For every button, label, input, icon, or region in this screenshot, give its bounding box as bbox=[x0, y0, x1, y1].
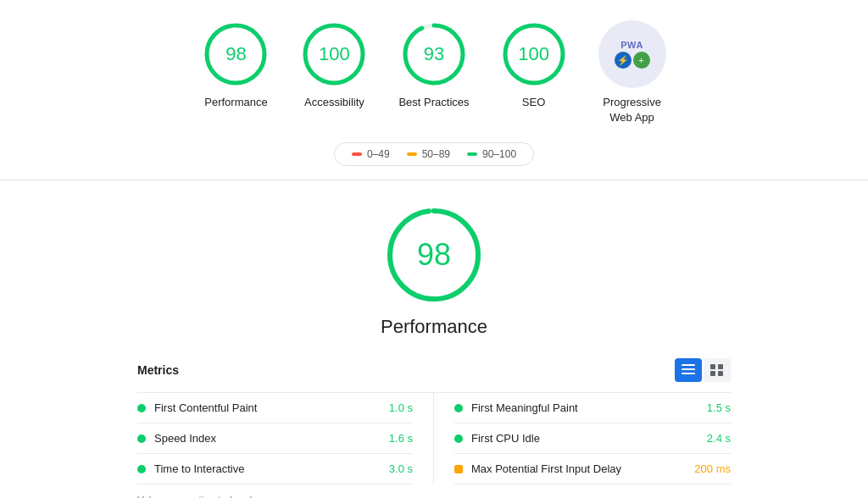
pwa-inner: PWA ⚡ + bbox=[615, 40, 650, 69]
legend-dot-green bbox=[467, 152, 477, 156]
scores-row: 98 Performance 100 Accessibility bbox=[202, 20, 665, 125]
metric-dot-fcp bbox=[137, 404, 146, 412]
score-item-seo[interactable]: 100 SEO bbox=[500, 20, 568, 110]
metric-row-fmp: First Meaningful Paint 1.5 s bbox=[454, 393, 731, 423]
metric-dot-si bbox=[137, 434, 146, 443]
legend-dot-red bbox=[352, 152, 362, 156]
score-value-seo: 100 bbox=[518, 43, 549, 65]
main-score-circle: 98 bbox=[383, 204, 485, 306]
pwa-badge: PWA ⚡ + bbox=[598, 20, 666, 88]
metric-square-mpfid bbox=[454, 465, 463, 473]
legend-label-orange: 50–89 bbox=[422, 148, 450, 160]
metric-value-fmp: 1.5 s bbox=[707, 401, 731, 414]
pwa-icon-plus: + bbox=[633, 52, 650, 69]
svg-rect-16 bbox=[718, 371, 723, 376]
metric-name-mpfid: Max Potential First Input Delay bbox=[471, 462, 684, 475]
pwa-text: PWA bbox=[620, 40, 643, 50]
pwa-icon-lightning: ⚡ bbox=[615, 52, 632, 69]
metric-value-si: 1.6 s bbox=[389, 432, 413, 445]
svg-rect-10 bbox=[682, 364, 695, 366]
legend-row: 0–49 50–89 90–100 bbox=[334, 142, 534, 166]
svg-rect-11 bbox=[682, 368, 695, 370]
metrics-footer: Values are estimated and may vary. bbox=[137, 495, 731, 498]
metrics-section: Metrics bbox=[70, 358, 798, 498]
score-circle-seo: 100 bbox=[500, 20, 568, 88]
metric-row-si: Speed Index 1.6 s bbox=[137, 423, 413, 454]
metrics-grid: First Contentful Paint 1.0 s Speed Index… bbox=[137, 392, 731, 484]
top-section: 98 Performance 100 Accessibility bbox=[0, 0, 868, 180]
metric-row-mpfid: Max Potential First Input Delay 200 ms bbox=[454, 454, 731, 484]
metric-name-tti: Time to Interactive bbox=[154, 462, 379, 475]
legend-label-green: 90–100 bbox=[482, 148, 516, 160]
main-score-value: 98 bbox=[417, 237, 451, 273]
legend-item-red: 0–49 bbox=[352, 148, 390, 160]
score-value-best-practices: 93 bbox=[424, 43, 444, 65]
metric-value-tti: 3.0 s bbox=[389, 462, 413, 475]
legend-dot-orange bbox=[407, 152, 417, 156]
score-circle-best-practices: 93 bbox=[400, 20, 468, 88]
metric-dot-fmp bbox=[454, 404, 463, 412]
metric-value-mpfid: 200 ms bbox=[694, 462, 731, 475]
score-value-accessibility: 100 bbox=[319, 43, 350, 65]
score-label-pwa: ProgressiveWeb App bbox=[603, 95, 661, 125]
svg-rect-14 bbox=[718, 364, 723, 369]
score-label-best-practices: Best Practices bbox=[398, 95, 469, 110]
score-item-pwa[interactable]: PWA ⚡ + ProgressiveWeb App bbox=[598, 20, 666, 125]
metric-name-fci: First CPU Idle bbox=[471, 432, 697, 445]
score-item-performance[interactable]: 98 Performance bbox=[202, 20, 270, 110]
legend-label-red: 0–49 bbox=[367, 148, 390, 160]
metric-row-fci: First CPU Idle 2.4 s bbox=[454, 423, 731, 454]
view-btn-list[interactable] bbox=[675, 358, 702, 382]
score-item-best-practices[interactable]: 93 Best Practices bbox=[398, 20, 469, 110]
metric-value-fcp: 1.0 s bbox=[389, 401, 413, 414]
score-label-performance: Performance bbox=[204, 95, 267, 110]
metric-row-fcp: First Contentful Paint 1.0 s bbox=[137, 393, 413, 423]
metric-name-fcp: First Contentful Paint bbox=[154, 401, 379, 414]
view-btn-grid[interactable] bbox=[704, 358, 731, 382]
score-value-performance: 98 bbox=[225, 43, 246, 65]
metric-dot-fci bbox=[454, 434, 463, 443]
metrics-title: Metrics bbox=[137, 363, 179, 377]
metric-name-fmp: First Meaningful Paint bbox=[471, 401, 697, 414]
metric-row-tti: Time to Interactive 3.0 s bbox=[137, 454, 413, 484]
svg-rect-12 bbox=[682, 373, 695, 374]
svg-rect-15 bbox=[710, 371, 715, 376]
metrics-header: Metrics bbox=[137, 358, 731, 382]
score-item-accessibility[interactable]: 100 Accessibility bbox=[300, 20, 368, 110]
score-label-accessibility: Accessibility bbox=[304, 95, 364, 110]
metric-dot-tti bbox=[137, 465, 146, 473]
main-score-label: Performance bbox=[381, 316, 487, 338]
svg-rect-13 bbox=[710, 364, 715, 369]
metric-name-si: Speed Index bbox=[154, 432, 379, 445]
legend-item-orange: 50–89 bbox=[407, 148, 450, 160]
legend-item-green: 90–100 bbox=[467, 148, 516, 160]
score-circle-performance: 98 bbox=[202, 20, 270, 88]
pwa-icons: ⚡ + bbox=[615, 52, 650, 69]
main-section: 98 Performance Metrics bbox=[0, 180, 868, 498]
score-label-seo: SEO bbox=[522, 95, 545, 110]
view-toggle bbox=[675, 358, 731, 382]
metric-value-fci: 2.4 s bbox=[707, 432, 731, 445]
score-circle-accessibility: 100 bbox=[300, 20, 368, 88]
